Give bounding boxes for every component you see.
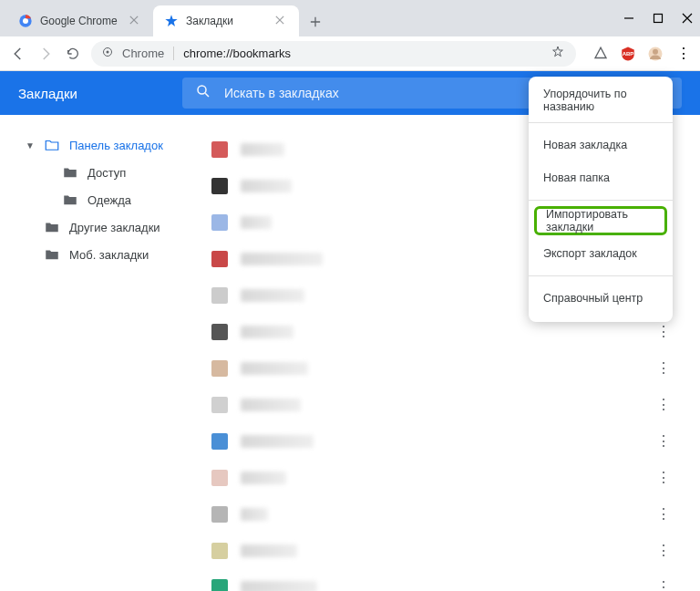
row-more-icon[interactable]: ⋮	[654, 324, 671, 340]
bookmark-row[interactable]: ⋮	[201, 350, 682, 387]
folder-icon	[44, 219, 60, 235]
tab-title: Закладки	[186, 15, 270, 27]
menu-export[interactable]: Экспорт закладок	[529, 237, 673, 270]
menu-new-folder[interactable]: Новая папка	[529, 161, 673, 194]
sidebar-item-other[interactable]: Другие закладки	[7, 213, 193, 241]
svg-point-7	[653, 48, 658, 54]
favicon	[211, 360, 228, 377]
avatar-icon[interactable]	[647, 46, 664, 62]
menu-help[interactable]: Справочный центр	[529, 282, 673, 315]
close-window-icon[interactable]	[682, 13, 693, 24]
favicon	[211, 214, 228, 231]
svg-point-8	[198, 86, 206, 94]
row-more-icon[interactable]: ⋮	[654, 543, 671, 559]
favicon	[211, 141, 228, 158]
row-more-icon[interactable]: ⋮	[654, 506, 671, 523]
sidebar-item-label: Доступ	[88, 166, 126, 180]
bookmark-title-blurred	[241, 472, 286, 484]
reload-button[interactable]	[64, 45, 82, 63]
close-icon[interactable]	[275, 15, 288, 27]
sidebar-item-access[interactable]: Доступ	[7, 159, 193, 186]
row-more-icon[interactable]: ⋮	[654, 397, 671, 413]
favicon	[211, 506, 228, 523]
bookmark-title-blurred	[241, 180, 292, 192]
bookmark-title-blurred	[241, 253, 323, 265]
favicon	[211, 251, 228, 267]
lock-icon	[102, 47, 113, 60]
bookmark-title-blurred	[241, 362, 308, 375]
sidebar-item-panel[interactable]: ▼ Панель закладок	[7, 131, 193, 159]
minimize-icon[interactable]	[623, 13, 634, 24]
folder-icon	[62, 192, 78, 208]
bookmark-title-blurred	[241, 508, 268, 521]
options-menu: Упорядочить по названию Новая закладка Н…	[529, 77, 673, 322]
bookmark-row[interactable]: ⋮	[201, 460, 682, 496]
search-icon	[195, 83, 211, 103]
bookmark-row[interactable]: ⋮	[201, 423, 682, 460]
tabs: Google Chrome Закладки	[7, 5, 328, 36]
sidebar-item-label: Моб. закладки	[69, 248, 149, 262]
tab-title: Google Chrome	[40, 15, 124, 27]
folder-icon	[62, 164, 78, 181]
svg-rect-2	[654, 15, 663, 23]
menu-separator	[529, 200, 673, 201]
menu-sort[interactable]: Упорядочить по названию	[529, 84, 673, 117]
folder-icon	[44, 246, 60, 263]
folder-icon	[44, 137, 60, 153]
favicon	[211, 324, 228, 340]
sidebar-item-label: Одежда	[88, 193, 131, 207]
svg-text:ABP: ABP	[623, 51, 634, 57]
window-controls	[623, 0, 693, 36]
bookmark-title-blurred	[241, 289, 304, 302]
menu-separator	[529, 122, 673, 123]
bookmark-row[interactable]: ⋮	[201, 533, 682, 569]
bookmark-row[interactable]: ⋮	[201, 496, 682, 533]
menu-import[interactable]: Импортировать закладки	[534, 206, 667, 235]
yandex-icon[interactable]	[592, 46, 609, 62]
row-more-icon[interactable]: ⋮	[654, 579, 671, 592]
chevron-down-icon: ▼	[26, 140, 35, 150]
tab-chrome[interactable]: Google Chrome	[7, 5, 153, 36]
maximize-icon[interactable]	[653, 13, 664, 24]
favicon	[211, 543, 228, 559]
sidebar-item-label: Панель закладок	[69, 139, 163, 152]
bookmark-title-blurred	[241, 326, 293, 338]
tab-bookmarks[interactable]: Закладки	[153, 5, 299, 36]
close-icon[interactable]	[129, 15, 142, 27]
bookmark-title-blurred	[241, 216, 272, 229]
row-more-icon[interactable]: ⋮	[654, 360, 671, 377]
omnibox[interactable]: Chrome chrome://bookmarks	[91, 41, 576, 67]
svg-point-4	[107, 51, 109, 54]
menu-new-bookmark[interactable]: Новая закладка	[529, 129, 673, 161]
favicon	[211, 579, 228, 592]
sidebar: ▼ Панель закладок Доступ Одежда Другие з…	[0, 115, 201, 591]
star-icon	[164, 14, 179, 28]
favicon	[211, 287, 228, 304]
menu-separator	[529, 275, 673, 276]
new-tab-button[interactable]	[303, 9, 328, 35]
bookmark-row[interactable]: ⋮	[201, 387, 682, 423]
bookmark-row[interactable]: ⋮	[201, 569, 682, 591]
forward-button[interactable]	[36, 45, 55, 63]
main-menu-button[interactable]: ⋮	[674, 46, 691, 62]
bookmark-star-icon[interactable]	[551, 45, 565, 62]
sidebar-item-clothes[interactable]: Одежда	[7, 186, 193, 213]
favicon	[211, 178, 228, 194]
favicon	[211, 397, 228, 413]
sidebar-item-mobile[interactable]: Моб. закладки	[7, 241, 193, 268]
toolbar-icons: ABP ⋮	[592, 46, 691, 62]
address-bar: Chrome chrome://bookmarks ABP ⋮	[0, 36, 700, 71]
titlebar: Google Chrome Закладки	[0, 0, 700, 36]
bookmark-title-blurred	[241, 544, 297, 557]
favicon	[211, 433, 228, 450]
row-more-icon[interactable]: ⋮	[654, 470, 671, 486]
adblock-icon[interactable]: ABP	[620, 46, 636, 62]
bookmark-title-blurred	[241, 143, 284, 156]
favicon	[211, 470, 228, 486]
back-button[interactable]	[9, 45, 27, 63]
bookmark-title-blurred	[241, 581, 317, 592]
url-prefix: Chrome	[122, 47, 174, 60]
url-text: chrome://bookmarks	[183, 47, 291, 60]
page-title: Закладки	[18, 86, 182, 101]
row-more-icon[interactable]: ⋮	[654, 433, 671, 450]
